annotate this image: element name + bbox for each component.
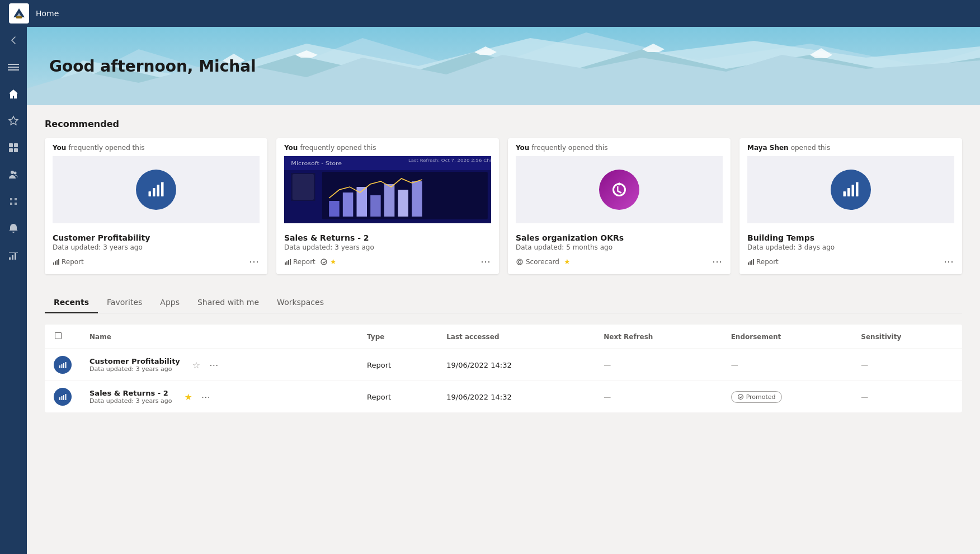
svg-rect-47 — [286, 261, 288, 265]
sidebar-item-people[interactable] — [0, 161, 27, 188]
card-3-more-button[interactable]: ⋯ — [712, 256, 723, 267]
card-1-actions: ⋯ — [249, 256, 260, 267]
card-building-temps[interactable]: Maya Shen opened this Building Temps Dat… — [739, 138, 962, 274]
col-header-last-accessed: Last accessed — [437, 325, 595, 349]
svg-point-9 — [14, 172, 17, 175]
card-3-header: You frequently opened this — [508, 138, 731, 152]
hero-greeting: Good afternoon, Michal — [49, 57, 256, 76]
svg-rect-37 — [293, 174, 314, 200]
row-1-star-button[interactable]: ☆ — [192, 360, 200, 370]
card-4-thumbnail — [747, 156, 954, 223]
card-3-name: Sales organization OKRs — [516, 233, 723, 242]
row-1-icon — [54, 356, 72, 374]
card-4-more-button[interactable]: ⋯ — [944, 256, 954, 267]
card-3-footer: Scorecard ★ ⋯ — [516, 256, 723, 267]
svg-rect-12 — [15, 253, 16, 260]
recents-table: Name Type Last accessed Next Refresh End… — [45, 325, 962, 412]
card-3-type: Scorecard ★ — [516, 257, 571, 266]
card-1-updated: Data updated: 3 years ago — [53, 243, 260, 251]
svg-rect-55 — [852, 185, 855, 196]
sidebar-back-button[interactable] — [0, 27, 27, 54]
svg-rect-57 — [748, 262, 749, 265]
sidebar-item-home[interactable] — [0, 81, 27, 107]
svg-rect-30 — [56, 260, 58, 265]
svg-text:Microsoft - Store: Microsoft - Store — [291, 161, 342, 166]
content-tabs: Recents Favorites Apps Shared with me Wo… — [45, 292, 962, 313]
row-1-sensitivity: — — [852, 349, 962, 381]
col-header-icon — [45, 325, 81, 349]
svg-point-51 — [517, 259, 522, 265]
card-customer-profitability[interactable]: You frequently opened this Customer Prof… — [45, 138, 267, 274]
svg-rect-62 — [62, 364, 63, 368]
row-2-star-button[interactable]: ★ — [184, 392, 192, 402]
svg-rect-46 — [285, 262, 286, 265]
row-1-more-button[interactable]: ⋯ — [209, 360, 218, 370]
sidebar-item-workspaces[interactable] — [0, 134, 27, 161]
row-1-last-accessed: 19/06/2022 14:32 — [437, 349, 595, 381]
svg-rect-67 — [63, 395, 64, 400]
sidebar-item-favorites[interactable] — [0, 107, 27, 134]
svg-rect-66 — [62, 396, 63, 400]
svg-rect-26 — [157, 185, 160, 196]
tab-workspaces[interactable]: Workspaces — [268, 292, 333, 313]
sidebar-item-apps[interactable] — [0, 188, 27, 215]
card-2-body: Sales & Returns - 2 Data updated: 3 year… — [276, 228, 499, 274]
card-4-header: Maya Shen opened this — [739, 138, 962, 152]
svg-rect-40 — [343, 193, 354, 217]
sidebar-menu-button[interactable] — [0, 54, 27, 81]
svg-rect-25 — [153, 188, 156, 196]
tab-favorites[interactable]: Favorites — [98, 292, 151, 313]
main-content: Good afternoon, Michal Recommended You f… — [27, 27, 980, 554]
svg-rect-24 — [149, 191, 152, 196]
card-1-body: Customer Profitability Data updated: 3 y… — [45, 228, 267, 274]
tab-apps[interactable]: Apps — [151, 292, 189, 313]
svg-rect-43 — [384, 184, 395, 217]
svg-rect-53 — [844, 191, 846, 196]
svg-rect-63 — [63, 363, 64, 368]
card-1-thumbnail — [53, 156, 260, 223]
svg-rect-54 — [847, 188, 850, 196]
card-4-type: Report — [747, 258, 779, 266]
sidebar-item-metrics[interactable] — [0, 242, 27, 269]
tab-recents[interactable]: Recents — [45, 292, 98, 313]
card-sales-returns[interactable]: You frequently opened this Microsoft - S… — [276, 138, 499, 274]
card-sales-org-okrs[interactable]: You frequently opened this Sales organiz… — [508, 138, 731, 274]
row-2-name-cell: Sales & Returns - 2 Data updated: 3 year… — [89, 389, 349, 405]
svg-rect-2 — [8, 67, 19, 68]
card-3-updated: Data updated: 5 months ago — [516, 243, 723, 251]
svg-rect-1 — [8, 64, 19, 65]
svg-rect-58 — [750, 261, 751, 265]
row-2-sub: Data updated: 3 years ago — [89, 397, 172, 405]
svg-point-69 — [738, 395, 743, 400]
card-4-updated: Data updated: 3 days ago — [747, 243, 954, 251]
svg-rect-59 — [751, 260, 752, 265]
svg-rect-29 — [55, 261, 56, 265]
svg-rect-4 — [9, 143, 13, 147]
card-3-thumbnail — [516, 156, 723, 223]
card-1-footer: Report ⋯ — [53, 256, 260, 267]
card-2-updated: Data updated: 3 years ago — [284, 243, 491, 251]
card-2-footer: Report ★ ⋯ — [284, 256, 491, 267]
card-2-thumbnail: Microsoft - Store Last Refresh: Oct 7, 2… — [284, 156, 491, 223]
card-1-more-button[interactable]: ⋯ — [249, 256, 260, 267]
col-header-next-refresh: Next Refresh — [595, 325, 722, 349]
row-1-next-refresh: — — [595, 349, 722, 381]
card-3-actions: ⋯ — [712, 256, 723, 267]
row-2-icon — [54, 388, 72, 406]
svg-rect-48 — [288, 260, 289, 265]
svg-rect-3 — [8, 69, 19, 71]
table-row: Sales & Returns - 2 Data updated: 3 year… — [45, 381, 962, 413]
hero-banner: Good afternoon, Michal — [27, 27, 980, 105]
svg-text:Last Refresh: Oct 7, 2020 2:56: Last Refresh: Oct 7, 2020 2:56 Chicago, … — [408, 158, 491, 163]
tab-shared-with-me[interactable]: Shared with me — [189, 292, 268, 313]
row-2-last-accessed: 19/06/2022 14:32 — [437, 381, 595, 413]
col-header-type: Type — [358, 325, 437, 349]
card-4-name: Building Temps — [747, 233, 954, 242]
svg-point-8 — [11, 171, 14, 174]
topbar: Home — [0, 0, 980, 27]
sidebar-item-alerts[interactable] — [0, 215, 27, 242]
row-2-next-refresh: — — [595, 381, 722, 413]
row-2-more-button[interactable]: ⋯ — [201, 392, 210, 402]
card-3-body: Sales organization OKRs Data updated: 5 … — [508, 228, 731, 274]
card-2-more-button[interactable]: ⋯ — [480, 256, 491, 267]
